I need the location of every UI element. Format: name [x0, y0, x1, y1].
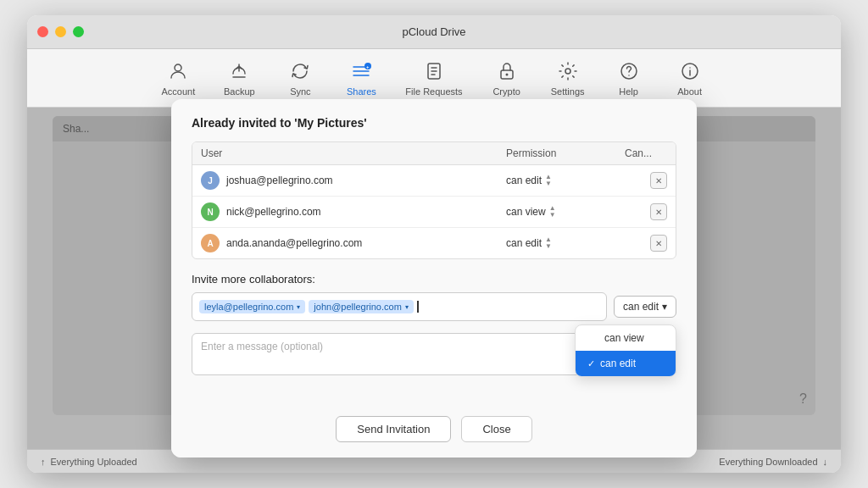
minimize-button[interactable]	[55, 26, 66, 37]
toolbar-item-settings[interactable]: Settings	[537, 54, 598, 102]
email-tag-leyla[interactable]: leyla@pellegrino.com ▾	[199, 300, 305, 313]
modal-title: Already invited to 'My Pictures'	[192, 116, 676, 130]
account-icon	[166, 59, 190, 83]
header-user: User	[201, 147, 506, 159]
upload-icon: ↑	[41, 457, 46, 467]
settings-label: Settings	[551, 86, 585, 97]
svg-point-6	[565, 69, 570, 74]
permission-cell: can view ▲▼	[506, 205, 625, 219]
option-can-view[interactable]: can view	[576, 325, 676, 351]
shares-label: Shares	[347, 86, 376, 97]
settings-icon	[556, 59, 580, 83]
about-label: About	[677, 86, 702, 97]
permission-cell: can edit ▲▼	[506, 236, 625, 250]
file-requests-label: File Requests	[405, 86, 462, 97]
svg-point-5	[505, 74, 508, 76]
selected-permission: can edit	[623, 301, 659, 313]
user-email: nick@pellegrino.com	[226, 206, 321, 218]
permission-cell: can edit ▲▼	[506, 174, 625, 187]
permission-value: can edit	[506, 175, 542, 186]
user-email: anda.ananda@pellegrino.com	[226, 237, 362, 249]
svg-text:+: +	[366, 64, 370, 69]
close-modal-button[interactable]: Close	[461, 416, 531, 442]
remove-user-button[interactable]: ✕	[650, 172, 667, 189]
permission-spinner[interactable]: ▲▼	[549, 205, 556, 219]
header-permission: Permission	[506, 147, 625, 159]
tag-dropdown-arrow[interactable]: ▾	[405, 303, 409, 311]
check-icon: ✓	[587, 358, 595, 369]
maximize-button[interactable]	[73, 26, 84, 37]
email-tag-john[interactable]: john@pellegrino.com ▾	[309, 300, 414, 313]
svg-point-8	[628, 75, 630, 76]
app-title: pCloud Drive	[402, 25, 465, 38]
shares-icon: +	[349, 59, 373, 83]
action-cell: ✕	[625, 235, 667, 252]
svg-point-0	[175, 64, 181, 71]
toolbar-item-account[interactable]: Account	[147, 54, 209, 102]
title-bar: pCloud Drive	[27, 15, 841, 49]
remove-user-button[interactable]: ✕	[650, 235, 667, 252]
download-status: Everything Downloaded ↓	[719, 457, 827, 467]
action-cell: ✕	[625, 203, 667, 220]
permission-select-button[interactable]: can edit ▾	[614, 296, 676, 318]
tag-text: john@pellegrino.com	[314, 302, 402, 312]
invite-section: Invite more collaborators: leyla@pellegr…	[192, 273, 676, 321]
toolbar-item-backup[interactable]: Backup	[209, 54, 270, 102]
help-label: Help	[619, 86, 638, 97]
upload-status: ↑ Everything Uploaded	[41, 457, 137, 467]
account-label: Account	[161, 86, 195, 97]
user-cell: A anda.ananda@pellegrino.com	[201, 234, 506, 252]
toolbar-item-about[interactable]: About	[659, 54, 721, 102]
backup-label: Backup	[224, 86, 255, 97]
avatar: N	[201, 202, 220, 221]
toolbar-item-help[interactable]: Help	[598, 54, 659, 102]
send-invitation-button[interactable]: Send Invitation	[336, 416, 451, 442]
permission-dropdown-popup: can view ✓ can edit	[575, 324, 676, 377]
sync-label: Sync	[290, 86, 310, 97]
download-icon: ↓	[823, 457, 828, 467]
avatar: J	[201, 171, 220, 190]
close-button[interactable]	[37, 26, 48, 37]
toolbar-item-file-requests[interactable]: File Requests	[392, 54, 476, 102]
text-cursor	[417, 301, 419, 313]
user-cell: N nick@pellegrino.com	[201, 202, 506, 221]
action-cell: ✕	[625, 172, 667, 189]
backup-icon	[227, 59, 251, 83]
users-table: User Permission Can... J joshua@pellegri…	[192, 141, 676, 259]
help-icon	[617, 59, 641, 83]
permission-spinner[interactable]: ▲▼	[545, 236, 552, 250]
tag-text: leyla@pellegrino.com	[204, 302, 293, 312]
option-label: can view	[604, 332, 644, 344]
option-label: can edit	[600, 358, 636, 369]
invite-input-area[interactable]: leyla@pellegrino.com ▾ john@pellegrino.c…	[192, 292, 607, 321]
remove-user-button[interactable]: ✕	[650, 203, 667, 220]
modal-body: Already invited to 'My Pictures' User Pe…	[171, 99, 697, 406]
svg-point-10	[689, 67, 691, 69]
modal-footer: Send Invitation Close	[171, 406, 697, 458]
download-status-text: Everything Downloaded	[719, 457, 817, 467]
app-window: pCloud Drive Account Backup	[27, 15, 841, 473]
crypto-label: Crypto	[492, 86, 520, 97]
modal-dialog: Already invited to 'My Pictures' User Pe…	[171, 99, 697, 458]
table-row: A anda.ananda@pellegrino.com can edit ▲▼…	[192, 228, 676, 258]
content-area: Sha... ? Already invited to 'My Pictures…	[27, 108, 841, 449]
option-can-edit[interactable]: ✓ can edit	[576, 351, 676, 376]
toolbar-item-crypto[interactable]: Crypto	[476, 54, 537, 102]
modal-overlay: Already invited to 'My Pictures' User Pe…	[27, 108, 841, 449]
dropdown-chevron-icon: ▾	[662, 301, 667, 313]
header-can: Can...	[625, 147, 667, 159]
message-placeholder: Enter a message (optional)	[201, 341, 323, 352]
table-row: J joshua@pellegrino.com can edit ▲▼ ✕	[192, 165, 676, 197]
permission-spinner[interactable]: ▲▼	[545, 174, 552, 187]
table-header: User Permission Can...	[192, 142, 676, 165]
toolbar-item-shares[interactable]: + Shares	[331, 54, 392, 102]
tag-dropdown-arrow[interactable]: ▾	[297, 303, 300, 311]
about-icon	[678, 59, 702, 83]
toolbar-item-sync[interactable]: Sync	[270, 54, 331, 102]
window-controls	[37, 26, 84, 37]
sync-icon	[288, 59, 312, 83]
user-email: joshua@pellegrino.com	[226, 175, 333, 186]
crypto-icon	[495, 59, 519, 83]
invite-input-row: leyla@pellegrino.com ▾ john@pellegrino.c…	[192, 292, 676, 321]
invite-label: Invite more collaborators:	[192, 273, 676, 286]
